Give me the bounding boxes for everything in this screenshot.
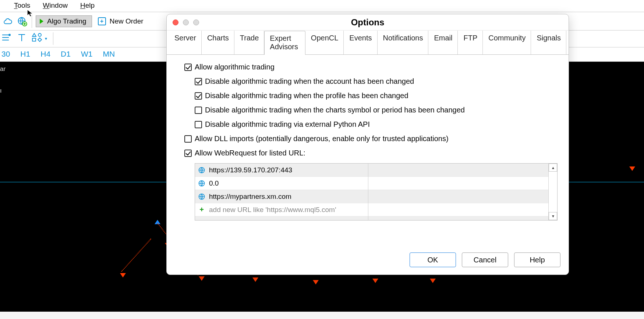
tab-signals[interactable]: Signals [531,31,566,54]
tab-community[interactable]: Community [483,31,531,54]
checkbox-disable-profile[interactable] [195,92,202,100]
tab-email[interactable]: Email [428,31,458,54]
chart-label-2: ו [0,87,2,94]
help-button[interactable]: Help [514,252,560,267]
arrow-down-icon [313,280,319,284]
chart-label-1: ar [0,65,6,73]
label-allow-algo: Allow algorithmic trading [195,63,275,71]
arrow-down-icon [629,166,635,171]
shapes-tool-icon[interactable] [32,33,43,44]
arrow-down-icon [252,277,258,282]
cancel-label: Cancel [474,256,496,264]
drawbar-divider [53,32,53,45]
tab-server[interactable]: Server [169,31,202,54]
arrow-down-icon [120,273,126,277]
text-tool-icon[interactable] [18,33,26,44]
options-dialog: Options Server Charts Trade Expert Advis… [166,14,569,275]
menu-tools[interactable]: TToolsools [14,1,30,10]
cloud-icon[interactable] [2,15,14,27]
checkbox-disable-python[interactable] [195,121,202,128]
svg-point-2 [9,34,10,36]
dotted-trend-line [121,239,151,272]
new-order-button[interactable]: + New Order [94,16,147,27]
lines-tool-icon[interactable] [0,33,12,44]
dialog-tabs: Server Charts Trade Expert Advisors Open… [167,31,569,55]
tf-h4[interactable]: H4 [39,50,52,58]
arrow-down-icon [199,276,205,281]
tf-d1[interactable]: D1 [59,50,72,58]
menu-help[interactable]: HelpHelp [80,1,95,10]
tf-w1[interactable]: W1 [79,50,94,58]
url-list-divider [368,164,368,220]
globe-icon [198,180,205,187]
dialog-title: Options [167,17,569,28]
checkbox-allow-dll[interactable] [184,135,192,143]
dialog-buttons: OK Cancel Help [167,247,569,275]
label-allow-dll: Allow DLL imports (potentially dangerous… [195,135,449,143]
menu-window[interactable]: WindowWindow [43,1,68,10]
url-add-row[interactable]: + add new URL like 'https://www.mql5.com… [195,203,557,216]
tab-trade[interactable]: Trade [234,31,265,54]
ok-button[interactable]: OK [410,252,456,267]
url-add-placeholder: add new URL like 'https://www.mql5.com' [209,206,336,214]
tab-notifications[interactable]: Notifications [378,31,429,54]
tf-30[interactable]: 30 [0,50,11,58]
ok-label: OK [428,256,438,264]
tf-mn[interactable]: MN [101,50,116,58]
tab-ftp[interactable]: FTP [458,31,483,54]
url-text: https://139.59.170.207:443 [209,166,292,174]
globe-icon [198,193,205,200]
svg-point-3 [38,33,41,36]
checkbox-disable-symbol[interactable] [195,107,202,114]
url-list: https://139.59.170.207:443 0.0 https://m… [195,163,558,221]
plus-icon: + [198,205,205,214]
dialog-titlebar: Options [167,14,569,31]
url-row-empty [195,216,557,220]
scroll-up-icon[interactable]: ▴ [549,164,557,172]
url-row[interactable]: https://mypartners.xm.com [195,190,557,203]
arrow-down-icon [372,279,378,283]
menubar: TToolsools WindowWindow HelpHelp [0,0,644,12]
scroll-down-icon[interactable]: ▾ [549,212,557,220]
label-disable-python: Disable algorithmic trading via external… [205,120,370,129]
url-scrollbar[interactable]: ▴ ▾ [548,164,557,220]
checkbox-allow-web[interactable] [184,150,192,157]
svg-rect-4 [32,38,36,41]
tab-events[interactable]: Events [344,31,377,54]
dialog-content: Allow algorithmic trading Disable algori… [167,55,569,247]
label-disable-symbol: Disable algorithmic trading when the cha… [205,106,465,114]
arrow-down-icon [430,279,436,283]
checkbox-allow-algo[interactable] [184,64,192,71]
tab-expert-advisors[interactable]: Expert Advisors [264,31,305,55]
globe-icon [198,166,205,174]
mouse-cursor-icon [26,9,35,17]
play-icon [40,19,43,24]
url-row[interactable]: https://139.59.170.207:443 [195,164,557,177]
label-disable-profile: Disable algorithmic trading when the pro… [205,92,408,100]
plus-box-icon: + [98,17,106,25]
url-text: https://mypartners.xm.com [209,193,291,201]
label-allow-web: Allow WebRequest for listed URL: [195,149,305,157]
url-row[interactable]: 0.0 [195,177,557,190]
new-order-label: New Order [110,17,144,25]
label-disable-account: Disable algorithmic trading when the acc… [205,77,414,86]
cancel-button[interactable]: Cancel [462,252,508,267]
algo-trading-label: Algo Trading [47,17,86,25]
checkbox-disable-account[interactable] [195,78,202,85]
algo-trading-button[interactable]: Algo Trading [36,15,92,27]
url-text: 0.0 [209,179,219,187]
help-label: Help [530,256,545,264]
globe-add-icon[interactable] [16,15,28,27]
shapes-dropdown-icon[interactable]: ▾ [45,36,47,41]
tab-charts[interactable]: Charts [202,31,234,54]
tab-opencl[interactable]: OpenCL [305,31,344,54]
tf-h1[interactable]: H1 [19,50,32,58]
